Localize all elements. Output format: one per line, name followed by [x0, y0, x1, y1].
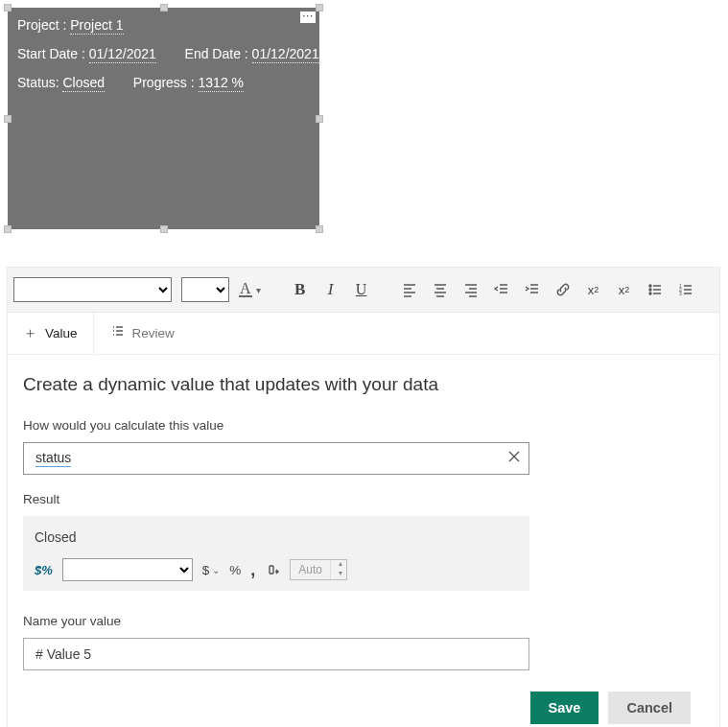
cancel-button[interactable]: Cancel	[608, 692, 691, 724]
project-value[interactable]: Project 1	[70, 17, 123, 35]
value-name-input[interactable]	[23, 638, 529, 670]
svg-text:3: 3	[679, 291, 682, 296]
numbered-list-button[interactable]: 123	[677, 281, 694, 298]
status-line: Status: Closed Progress : 1312 %	[17, 75, 310, 90]
outdent-button[interactable]	[493, 281, 510, 298]
plus-icon: ＋	[23, 324, 37, 342]
align-left-button[interactable]	[401, 281, 418, 298]
chevron-down-icon: ⌄	[212, 565, 220, 575]
decimal-places-stepper[interactable]: Auto ▴ ▾	[290, 559, 347, 580]
pane-heading: Create a dynamic value that updates with…	[23, 374, 704, 395]
progress-value[interactable]: 1312 %	[199, 75, 244, 92]
underline-button[interactable]: U	[353, 281, 370, 298]
start-date-label: Start Date :	[17, 46, 89, 61]
formula-label: How would you calculate this value	[23, 418, 704, 433]
result-label: Result	[23, 492, 704, 506]
font-family-select[interactable]	[13, 277, 172, 302]
save-button[interactable]: Save	[530, 692, 599, 724]
decimal-places-value: Auto	[291, 563, 330, 576]
result-box: Closed $% $⌄ % , Auto ▴ ▾	[23, 516, 529, 591]
percent-button[interactable]: %	[229, 563, 241, 577]
italic-button[interactable]: I	[322, 281, 340, 298]
thousands-button[interactable]: ,	[250, 560, 255, 580]
end-date-value[interactable]: 01/12/2021	[252, 46, 319, 63]
align-center-button[interactable]	[432, 281, 449, 298]
currency-button[interactable]: $⌄	[202, 563, 221, 577]
subscript-button[interactable]: x2	[616, 281, 633, 298]
format-prefix-icon: $%	[35, 563, 53, 577]
editor-tabs: ＋ Value Review	[8, 313, 719, 355]
dialog-footer: Save Cancel	[23, 688, 704, 727]
progress-label: Progress :	[133, 75, 199, 90]
name-label: Name your value	[23, 614, 704, 628]
superscript-button[interactable]: x2	[585, 281, 602, 298]
font-size-select[interactable]	[181, 277, 229, 302]
value-editor-panel: A ▾ B I U x2 x2 123 ＋ Value	[7, 267, 720, 727]
format-row: $% $⌄ % , Auto ▴ ▾	[35, 558, 518, 581]
formatting-toolbar: A ▾ B I U x2 x2 123	[8, 268, 719, 313]
bullet-list-button[interactable]	[646, 281, 664, 298]
format-select[interactable]	[62, 558, 193, 581]
card-options-button[interactable]: ···	[300, 12, 316, 23]
project-label: Project :	[17, 17, 70, 33]
tab-review-label: Review	[132, 326, 175, 340]
dates-line: Start Date : 01/12/2021 End Date : 01/12…	[17, 46, 310, 61]
svg-point-1	[649, 289, 651, 291]
chevron-down-icon: ▾	[256, 285, 261, 295]
svg-point-2	[649, 293, 651, 294]
indent-button[interactable]	[524, 281, 541, 298]
list-icon	[109, 324, 125, 342]
font-color-button[interactable]: A ▾	[239, 282, 261, 297]
tab-value-label: Value	[45, 326, 78, 340]
font-color-icon: A	[239, 282, 252, 297]
result-value: Closed	[35, 526, 518, 558]
value-pane: Create a dynamic value that updates with…	[8, 355, 719, 727]
svg-point-0	[649, 285, 651, 287]
status-label: Status:	[17, 75, 62, 90]
smart-narrative-card: ··· Project : Project 1 Start Date : 01/…	[8, 8, 319, 229]
tab-value[interactable]: ＋ Value	[8, 313, 94, 354]
status-value[interactable]: Closed	[62, 75, 105, 92]
formula-field[interactable]: status	[23, 442, 529, 475]
decimal-button[interactable]	[265, 562, 280, 577]
clear-button[interactable]	[506, 449, 522, 467]
tab-review[interactable]: Review	[94, 313, 190, 354]
visual-preview-frame[interactable]: ··· Project : Project 1 Start Date : 01/…	[6, 6, 321, 231]
align-right-button[interactable]	[462, 281, 480, 298]
link-button[interactable]	[554, 281, 572, 298]
start-date-value[interactable]: 01/12/2021	[89, 46, 156, 63]
project-line: Project : Project 1	[17, 17, 310, 33]
end-date-label: End Date :	[185, 46, 252, 61]
bold-button[interactable]: B	[292, 281, 309, 298]
